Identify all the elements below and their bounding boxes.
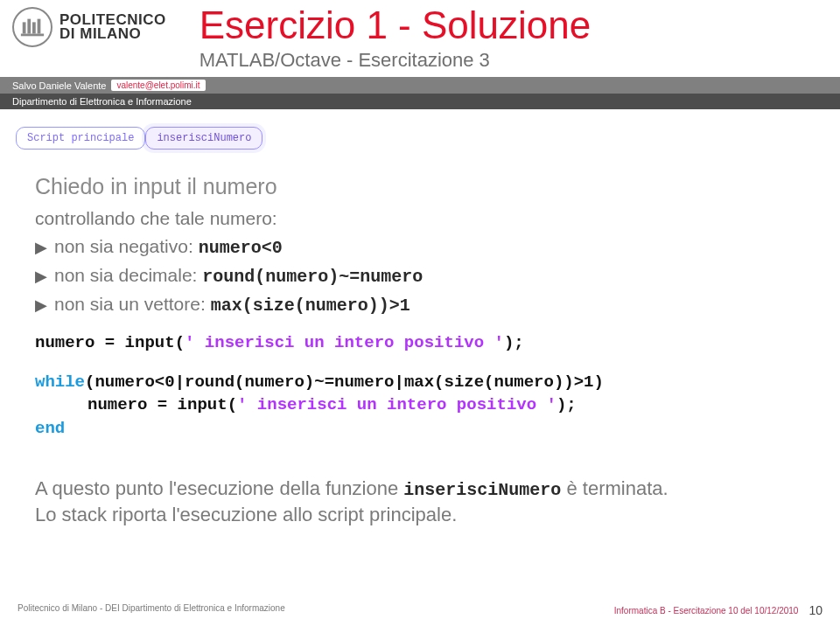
author-email: valente@elet.polimi.it	[111, 80, 205, 91]
subhead-text: controllando che tale numero:	[35, 208, 805, 229]
author-name: Salvo Daniele Valente	[12, 80, 106, 91]
bullet-2: ▶ non sia decimale: round(numero)~=numer…	[35, 261, 805, 290]
closing-text: A questo punto l'esecuzione della funzio…	[35, 476, 805, 528]
tab-inserisci-numero[interactable]: inserisciNumero	[145, 127, 262, 150]
bullet-2-code: round(numero)~=numero	[202, 267, 423, 287]
code-line-2: while(numero<0|round(numero)~=numero|max…	[35, 371, 805, 394]
tab-script-principale[interactable]: Script principale	[16, 127, 145, 150]
footer-right: Informatica B - Esercitazione 10 del 10/…	[614, 606, 799, 616]
bullet-3-code: max(size(numero))>1	[211, 296, 410, 316]
bullet-2-text: non sia decimale:	[54, 265, 202, 285]
code-line-3: numero = input(' inserisci un intero pos…	[35, 393, 805, 417]
lead-text: Chiedo in input il numero	[35, 174, 805, 199]
script-tabs: Script principale inserisciNumero	[0, 109, 840, 150]
svg-rect-3	[38, 19, 41, 34]
arrow-icon: ▶	[35, 265, 47, 289]
bullet-3: ▶ non sia un vettore: max(size(numero))>…	[35, 290, 805, 319]
author-bar: Salvo Daniele Valente valente@elet.polim…	[0, 77, 840, 94]
code-line-4: end	[35, 417, 805, 441]
footer-left: Politecnico di Milano - DEI Dipartimento…	[18, 603, 285, 617]
svg-rect-2	[32, 22, 36, 33]
slide-header: POLITECNICO DI MILANO Esercizio 1 - Solu…	[0, 0, 840, 77]
arrow-icon: ▶	[35, 236, 47, 261]
svg-rect-0	[23, 22, 26, 33]
page-number: 10	[808, 603, 822, 617]
polimi-seal-icon	[12, 7, 52, 47]
svg-rect-1	[27, 19, 31, 34]
seal-icon	[19, 14, 46, 40]
arrow-icon: ▶	[35, 294, 47, 318]
bullet-3-text: non sia un vettore:	[54, 294, 211, 314]
slide-content: Chiedo in input il numero controllando c…	[0, 150, 840, 527]
bullet-1-text: non sia negativo:	[54, 236, 199, 256]
code-line-1: numero = input(' inserisci un intero pos…	[35, 331, 805, 355]
institution-name: POLITECNICO DI MILANO	[60, 13, 166, 41]
closing-code: inserisciNumero	[403, 480, 561, 500]
title-block: Esercizio 1 - Soluzione MATLAB/Octave - …	[166, 7, 592, 72]
closing-b: è terminata.	[561, 477, 668, 499]
institution-line2: DI MILANO	[60, 27, 166, 41]
code-block: numero = input(' inserisci un intero pos…	[35, 331, 805, 440]
department-bar: Dipartimento di Elettronica e Informazio…	[0, 94, 840, 109]
closing-a: A questo punto l'esecuzione della funzio…	[35, 477, 403, 499]
bullet-1: ▶ non sia negativo: numero<0	[35, 233, 805, 261]
slide-title: Esercizio 1 - Soluzione	[200, 5, 592, 45]
bullet-1-code: numero<0	[199, 238, 283, 258]
slide-subtitle: MATLAB/Octave - Esercitazione 3	[200, 49, 592, 72]
institution-logo-block: POLITECNICO DI MILANO	[12, 7, 166, 47]
slide-footer: Politecnico di Milano - DEI Dipartimento…	[0, 603, 840, 617]
closing-c: Lo stack riporta l'esecuzione allo scrip…	[35, 502, 805, 528]
svg-rect-4	[21, 34, 44, 37]
